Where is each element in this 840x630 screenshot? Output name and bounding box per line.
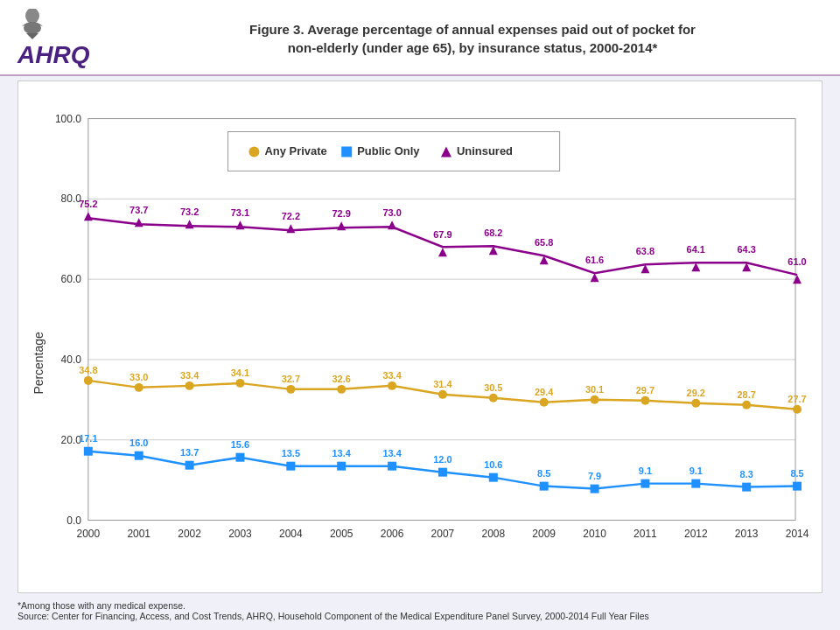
- svg-rect-89: [438, 468, 447, 477]
- svg-rect-85: [235, 453, 244, 462]
- chart-title: Figure 3. Average percentage of annual e…: [122, 20, 822, 57]
- svg-text:2002: 2002: [178, 528, 201, 540]
- svg-rect-87: [337, 462, 346, 471]
- svg-rect-84: [186, 461, 194, 470]
- uninsured-marker-0: [84, 212, 93, 220]
- svg-text:63.8: 63.8: [636, 246, 654, 256]
- footer-notes: *Among those with any medical expense. S…: [18, 593, 822, 621]
- svg-text:2008: 2008: [481, 528, 505, 540]
- title-area: Figure 3. Average percentage of annual e…: [122, 20, 822, 57]
- svg-text:2007: 2007: [431, 528, 455, 540]
- svg-text:7.9: 7.9: [588, 471, 601, 481]
- svg-text:30.1: 30.1: [585, 384, 604, 395]
- svg-text:2005: 2005: [330, 528, 354, 540]
- svg-rect-95: [742, 483, 751, 492]
- svg-text:29.4: 29.4: [535, 387, 554, 397]
- y-tick-60: 60.0: [61, 273, 82, 285]
- main-content: Percentage 0.0 20.0 40.0 60.0: [0, 76, 840, 630]
- svg-rect-93: [640, 480, 649, 488]
- svg-text:2004: 2004: [279, 528, 303, 540]
- svg-text:13.7: 13.7: [180, 447, 199, 458]
- svg-text:29.7: 29.7: [636, 385, 654, 396]
- svg-text:27.7: 27.7: [788, 394, 806, 404]
- header: AHRQ Figure 3. Average percentage of ann…: [0, 0, 840, 76]
- svg-text:73.0: 73.0: [382, 207, 401, 218]
- svg-text:31.4: 31.4: [433, 379, 452, 389]
- svg-text:2009: 2009: [532, 528, 556, 540]
- svg-text:8.5: 8.5: [790, 468, 803, 479]
- svg-text:73.1: 73.1: [231, 207, 249, 218]
- svg-text:13.4: 13.4: [382, 448, 402, 458]
- svg-rect-90: [489, 473, 498, 482]
- svg-text:28.7: 28.7: [737, 389, 755, 400]
- svg-text:32.7: 32.7: [282, 374, 300, 384]
- svg-marker-29: [438, 248, 447, 256]
- svg-point-55: [235, 379, 244, 388]
- svg-text:64.1: 64.1: [687, 244, 705, 255]
- svg-text:72.2: 72.2: [282, 211, 300, 221]
- svg-text:8.3: 8.3: [740, 469, 753, 480]
- svg-text:73.7: 73.7: [130, 205, 148, 215]
- svg-point-57: [337, 385, 346, 394]
- svg-text:2000: 2000: [77, 528, 101, 540]
- svg-text:2013: 2013: [735, 528, 759, 540]
- svg-text:2011: 2011: [634, 528, 657, 540]
- svg-rect-88: [388, 462, 396, 471]
- svg-text:65.8: 65.8: [535, 237, 553, 248]
- svg-text:16.0: 16.0: [130, 438, 148, 448]
- svg-marker-25: [235, 220, 244, 229]
- svg-rect-91: [540, 482, 549, 491]
- svg-point-61: [540, 398, 549, 407]
- svg-point-53: [135, 383, 144, 392]
- svg-text:33.4: 33.4: [382, 370, 402, 381]
- svg-point-65: [742, 401, 751, 410]
- svg-text:9.1: 9.1: [690, 466, 703, 476]
- page-container: AHRQ Figure 3. Average percentage of ann…: [0, 0, 840, 630]
- svg-text:13.4: 13.4: [332, 448, 352, 458]
- svg-text:61.0: 61.0: [788, 256, 806, 267]
- svg-text:15.6: 15.6: [231, 439, 249, 450]
- svg-point-54: [186, 382, 194, 390]
- svg-text:68.2: 68.2: [484, 228, 502, 238]
- svg-text:61.6: 61.6: [585, 255, 604, 265]
- svg-rect-94: [691, 480, 700, 488]
- svg-text:29.2: 29.2: [687, 388, 705, 398]
- svg-point-59: [438, 390, 447, 399]
- svg-text:34.8: 34.8: [79, 365, 97, 375]
- svg-text:12.0: 12.0: [433, 454, 452, 465]
- y-tick-0: 0.0: [66, 514, 81, 527]
- svg-text:2003: 2003: [228, 528, 252, 540]
- legend-any-private-label: Any Private: [264, 144, 326, 158]
- svg-text:2014: 2014: [786, 528, 809, 540]
- svg-text:33.4: 33.4: [180, 370, 200, 381]
- svg-text:9.1: 9.1: [639, 466, 652, 476]
- svg-text:75.2: 75.2: [79, 199, 97, 209]
- svg-text:32.6: 32.6: [332, 374, 351, 384]
- svg-rect-83: [135, 452, 144, 460]
- eagle-icon: [18, 9, 48, 39]
- svg-rect-92: [591, 485, 599, 494]
- svg-text:30.5: 30.5: [484, 382, 502, 393]
- svg-text:67.9: 67.9: [433, 229, 452, 240]
- svg-text:8.5: 8.5: [537, 468, 550, 479]
- svg-point-66: [793, 405, 802, 414]
- svg-rect-96: [793, 482, 802, 491]
- chart-svg: Percentage 0.0 20.0 40.0 60.0: [27, 90, 813, 584]
- svg-text:73.2: 73.2: [180, 206, 199, 217]
- svg-marker-32: [591, 273, 599, 282]
- chart-wrapper: Percentage 0.0 20.0 40.0 60.0: [18, 80, 822, 593]
- svg-marker-24: [186, 220, 194, 228]
- title-line1: Figure 3. Average percentage of annual e…: [249, 22, 696, 37]
- svg-rect-82: [84, 447, 93, 456]
- footer-note2: Source: Center for Financing, Access, an…: [18, 611, 822, 621]
- svg-text:72.9: 72.9: [332, 208, 351, 219]
- title-line2: non-elderly (under age 65), by insurance…: [288, 40, 658, 55]
- y-axis-label: Percentage: [32, 332, 46, 395]
- legend-public-only-label: Public Only: [357, 144, 420, 158]
- svg-marker-27: [337, 221, 346, 230]
- svg-text:2006: 2006: [381, 528, 404, 540]
- uninsured-marker-1: [135, 218, 144, 227]
- svg-point-58: [388, 382, 396, 390]
- svg-point-1: [24, 22, 41, 34]
- svg-point-0: [25, 9, 39, 24]
